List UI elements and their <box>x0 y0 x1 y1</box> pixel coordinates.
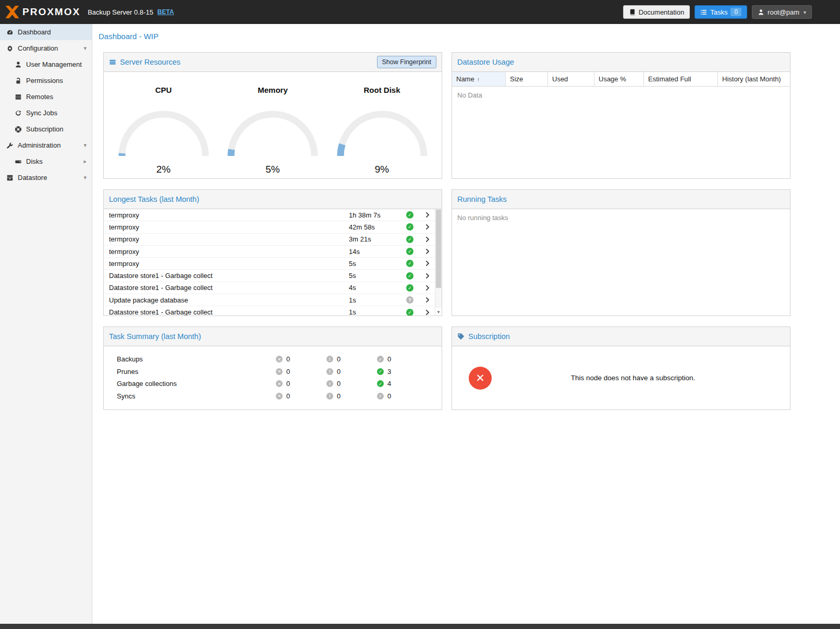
open-task-chevron-icon[interactable] <box>420 309 435 316</box>
task-row[interactable]: termproxy5s✓ <box>104 258 435 270</box>
tasks-button[interactable]: Tasks 0 <box>695 5 747 19</box>
gauge-label: CPU <box>114 86 213 94</box>
status-ok-icon: ✓ <box>406 248 413 255</box>
caret-right-icon[interactable]: ▸ <box>83 158 87 165</box>
server-resources-panel: Server Resources Show Fingerprint CPU2%M… <box>103 52 442 179</box>
summary-ok-cell[interactable]: ✓4 <box>377 380 428 388</box>
summary-ok-cell[interactable]: ✓0 <box>377 392 428 400</box>
scroll-down-icon[interactable]: ▼ <box>435 308 442 316</box>
caret-down-icon[interactable]: ▾ <box>83 45 87 52</box>
open-task-chevron-icon[interactable] <box>420 260 435 267</box>
open-task-chevron-icon[interactable] <box>420 236 435 243</box>
task-row[interactable]: Datastore store1 - Garbage collect5s✓ <box>104 270 435 282</box>
sidebar-item-label: Remotes <box>26 93 53 101</box>
datastore-icon <box>6 174 14 182</box>
sidebar-item-user-management[interactable]: User Management <box>0 56 92 72</box>
show-fingerprint-button[interactable]: Show Fingerprint <box>377 56 437 68</box>
ok-count: 4 <box>387 380 391 388</box>
summary-warning-cell[interactable]: !0 <box>326 368 377 376</box>
ok-icon: ✓ <box>377 380 384 387</box>
task-summary-header: Task Summary (last Month) <box>104 327 442 346</box>
open-task-chevron-icon[interactable] <box>420 224 435 230</box>
task-row[interactable]: termproxy42m 58s✓ <box>104 221 435 233</box>
open-task-chevron-icon[interactable] <box>420 273 435 279</box>
sidebar-item-disks[interactable]: Disks▸ <box>0 153 92 170</box>
sidebar-item-permissions[interactable]: Permissions <box>0 72 92 89</box>
column-header-size[interactable]: Size <box>506 72 548 86</box>
datastore-usage-header: Datastore Usage <box>452 53 790 72</box>
task-name: Datastore store1 - Garbage collect <box>109 272 349 280</box>
task-name: Update package database <box>109 296 349 304</box>
longest-tasks-header: Longest Tasks (last Month) <box>104 190 442 209</box>
task-row[interactable]: termproxy14s✓ <box>104 246 435 258</box>
summary-warning-cell[interactable]: !0 <box>326 392 377 400</box>
summary-error-cell[interactable]: ✕0 <box>276 355 326 363</box>
user-menu-button[interactable]: root@pam ▾ <box>752 5 812 19</box>
tasks-label: Tasks <box>710 8 727 16</box>
open-task-chevron-icon[interactable] <box>420 285 435 291</box>
sidebar-item-sync-jobs[interactable]: Sync Jobs <box>0 105 92 121</box>
summary-warning-cell[interactable]: !0 <box>326 380 377 388</box>
datastore-table-header: Name↑SizeUsedUsage %Estimated FullHistor… <box>452 72 790 87</box>
column-header-used[interactable]: Used <box>548 72 594 86</box>
column-header-name[interactable]: Name↑ <box>452 72 506 86</box>
caret-down-icon[interactable]: ▾ <box>83 142 87 149</box>
beta-link[interactable]: BETA <box>157 8 174 16</box>
sidebar-item-configuration[interactable]: Configuration▾ <box>0 40 92 56</box>
warning-icon: ! <box>326 393 333 400</box>
ok-count: 0 <box>387 355 391 363</box>
longest-tasks-title: Longest Tasks (last Month) <box>109 195 199 203</box>
column-header-history-last-month[interactable]: History (last Month) <box>718 72 790 86</box>
subscription-message: This node does not have a subscription. <box>492 374 790 382</box>
wrench-icon <box>6 142 14 149</box>
summary-warning-cell[interactable]: !0 <box>326 355 377 363</box>
sidebar-item-datastore[interactable]: Datastore▾ <box>0 170 92 186</box>
gauge-value: 5% <box>223 164 322 175</box>
summary-error-cell[interactable]: ✕0 <box>276 380 326 388</box>
task-summary-body: Backups✕0!0✓0Prunes✕0!0✓3Garbage collect… <box>104 346 442 409</box>
task-row[interactable]: Datastore store1 - Garbage collect4s✓ <box>104 282 435 294</box>
column-header-estimated-full[interactable]: Estimated Full <box>644 72 718 86</box>
task-name: termproxy <box>109 223 349 231</box>
sidebar-item-label: Disks <box>26 158 43 165</box>
column-header-usage[interactable]: Usage % <box>594 72 644 86</box>
sidebar-item-label: Administration <box>18 141 60 149</box>
status-ok-icon: ✓ <box>406 236 413 243</box>
open-task-chevron-icon[interactable] <box>420 212 435 218</box>
sidebar-item-dashboard[interactable]: Dashboard <box>0 24 92 40</box>
open-task-chevron-icon[interactable] <box>420 248 435 255</box>
task-row[interactable]: termproxy3m 21s✓ <box>104 234 435 246</box>
error-icon: ✕ <box>276 356 283 362</box>
summary-ok-cell[interactable]: ✓3 <box>377 368 428 376</box>
task-row[interactable]: termproxy1h 38m 7s✓ <box>104 209 435 221</box>
documentation-button[interactable]: Documentation <box>623 5 690 19</box>
column-label: Estimated Full <box>648 75 691 83</box>
gauge-root-disk: Root Disk9% <box>333 72 432 178</box>
gauge-label: Memory <box>223 86 322 94</box>
summary-ok-cell[interactable]: ✓0 <box>377 355 428 363</box>
ticket-icon <box>457 333 465 340</box>
summary-label: Backups <box>104 355 276 363</box>
summary-error-cell[interactable]: ✕0 <box>276 392 326 400</box>
sidebar-item-label: Dashboard <box>18 28 51 36</box>
vertical-scrollbar[interactable]: ▼ <box>435 209 442 316</box>
top-bar: PROXMOX Backup Server 0.8-15 BETA Docume… <box>0 0 840 24</box>
summary-row-garbage-collections: Garbage collections✕0!0✓4 <box>104 378 442 390</box>
scrollbar-thumb[interactable] <box>436 210 441 288</box>
sidebar-item-subscription[interactable]: Subscription <box>0 121 92 137</box>
summary-error-cell[interactable]: ✕0 <box>276 368 326 376</box>
gauges-container: CPU2%Memory5%Root Disk9% <box>104 72 442 178</box>
open-task-chevron-icon[interactable] <box>420 297 435 303</box>
column-label: Usage % <box>599 75 626 83</box>
task-row[interactable]: Update package database1s? <box>104 294 435 306</box>
panels-grid: Server Resources Show Fingerprint CPU2%M… <box>92 52 840 410</box>
task-duration: 4s <box>349 284 400 292</box>
sidebar-item-remotes[interactable]: Remotes <box>0 89 92 105</box>
running-tasks-panel: Running Tasks No running tasks <box>452 189 790 316</box>
no-subscription-icon: ✕ <box>469 367 492 390</box>
sidebar-item-administration[interactable]: Administration▾ <box>0 137 92 153</box>
error-icon: ✕ <box>276 368 283 375</box>
task-row[interactable]: Datastore store1 - Garbage collect1s✓ <box>104 306 435 316</box>
task-name: Datastore store1 - Garbage collect <box>109 308 349 316</box>
caret-down-icon[interactable]: ▾ <box>83 174 87 181</box>
